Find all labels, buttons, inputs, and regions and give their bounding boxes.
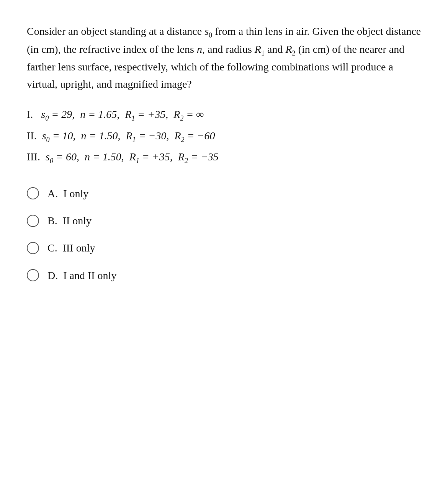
option-B-label: B. II only	[47, 212, 92, 229]
case-II-R2: R	[174, 130, 181, 142]
roman-numeral-3: III.	[27, 151, 40, 163]
case-I-n: n	[80, 108, 85, 120]
answer-options: A. I only B. II only C. III only D. I an…	[27, 185, 421, 284]
case-III-R2: R	[178, 151, 185, 163]
math-cases: I. s0 = 29, n = 1.65, R1 = +35, R2 = ∞ I…	[27, 105, 421, 167]
case-I-s0: s	[41, 108, 45, 120]
roman-numeral-2: II.	[27, 130, 37, 142]
option-A-label: A. I only	[47, 185, 88, 202]
case-II: II. s0 = 10, n = 1.50, R1 = −30, R2 = −6…	[27, 127, 421, 146]
option-D[interactable]: D. I and II only	[27, 267, 421, 284]
option-B[interactable]: B. II only	[27, 212, 421, 229]
option-A[interactable]: A. I only	[27, 185, 421, 202]
radio-D[interactable]	[27, 269, 39, 281]
case-III: III. s0 = 60, n = 1.50, R1 = +35, R2 = −…	[27, 148, 421, 167]
case-III-s0: s	[46, 151, 50, 163]
radio-B[interactable]	[27, 215, 39, 227]
var-r1-intro: R	[255, 43, 261, 55]
option-C[interactable]: C. III only	[27, 240, 421, 256]
case-I: I. s0 = 29, n = 1.65, R1 = +35, R2 = ∞	[27, 105, 421, 124]
var-r2-intro: R	[285, 43, 292, 55]
case-II-n: n	[81, 130, 87, 142]
radio-A[interactable]	[27, 187, 39, 199]
roman-numeral-1: I.	[27, 108, 33, 120]
option-D-label: D. I and II only	[47, 267, 116, 284]
option-C-label: C. III only	[47, 240, 95, 256]
question-text: Consider an object standing at a distanc…	[27, 23, 421, 93]
case-II-s0: s	[42, 130, 46, 142]
radio-C[interactable]	[27, 242, 39, 254]
question-container: Consider an object standing at a distanc…	[27, 23, 421, 284]
var-n-intro: n	[197, 43, 202, 55]
case-III-R1: R	[129, 151, 136, 163]
var-s0: s	[204, 25, 209, 37]
case-I-R2: R	[173, 108, 180, 120]
case-III-n: n	[85, 151, 90, 163]
case-II-R1: R	[126, 130, 132, 142]
case-I-R1: R	[125, 108, 131, 120]
